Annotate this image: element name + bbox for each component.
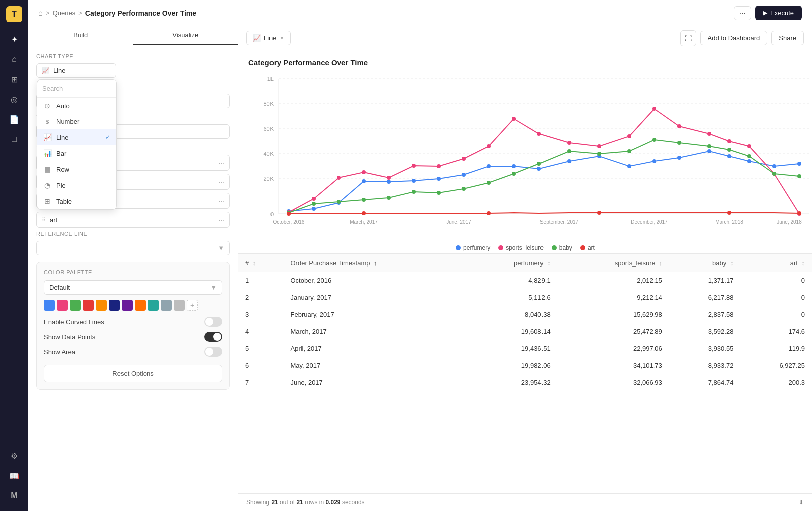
chart-type-value: Line: [53, 67, 111, 74]
sidebar-item-circle[interactable]: ◎: [5, 90, 23, 108]
execute-button[interactable]: ▶ Execute: [755, 6, 802, 20]
col-header-sports[interactable]: sports_leisure ↕: [558, 254, 669, 272]
perfumery-dot-19: [772, 164, 776, 168]
chart-svg-container: 0 20K 40K 60K 80K 1L October, 2016 March…: [248, 69, 802, 240]
col-header-date[interactable]: Order Purchase Timestamp ↑: [284, 254, 466, 272]
sidebar-item-book[interactable]: 📖: [5, 467, 23, 485]
main-content: ⌂ > Queries > Category Performance Over …: [28, 0, 812, 511]
cell-date: March, 2017: [284, 323, 466, 340]
home-icon[interactable]: ⌂: [38, 9, 43, 17]
line-chart-svg: 0 20K 40K 60K 80K 1L October, 2016 March…: [248, 69, 812, 239]
swatch-1[interactable]: [57, 300, 68, 311]
cell-perfumery: 19,608.14: [466, 323, 558, 340]
perfumery-dot-9: [512, 164, 516, 168]
cell-art: 0: [740, 289, 812, 306]
perfumery-dot-3: [362, 179, 366, 183]
col-sports-sort[interactable]: ↕: [659, 259, 662, 267]
execute-label: Execute: [770, 9, 794, 17]
swatch-0[interactable]: [44, 300, 55, 311]
sports-dot-5: [412, 164, 416, 168]
col-date-sort[interactable]: ↑: [374, 259, 377, 267]
cell-baby: 8,933.72: [669, 357, 741, 374]
dropdown-item-row[interactable]: ▤ Row: [37, 161, 116, 177]
line-icon: 📈: [43, 133, 51, 141]
fullscreen-button[interactable]: ⛶: [680, 30, 696, 46]
y-axis-menu-2[interactable]: ···: [218, 197, 224, 205]
palette-select[interactable]: Default ▼: [44, 280, 222, 295]
download-icon[interactable]: ⬇: [799, 499, 804, 506]
show-area-toggle[interactable]: [204, 347, 222, 357]
curved-lines-toggle[interactable]: [204, 317, 222, 327]
cell-date: February, 2017: [284, 306, 466, 323]
sidebar-item-home[interactable]: ⌂: [5, 50, 23, 68]
reference-line-row[interactable]: ▼: [36, 241, 230, 256]
perfumery-dot-15: [677, 156, 681, 160]
dropdown-item-row-label: Row: [56, 166, 69, 173]
cell-baby: 6,217.88: [669, 289, 741, 306]
swatch-8[interactable]: [148, 300, 159, 311]
left-panel: Build Visualize Chart type 📈 Line ✕: [28, 26, 238, 511]
baby-line: [289, 140, 799, 213]
col-num-sort[interactable]: ↕: [253, 259, 256, 267]
baby-dot-5: [412, 190, 416, 194]
chart-type-toolbar-button[interactable]: 📈 Line ▼: [246, 31, 291, 45]
dropdown-item-pie[interactable]: ◔ Pie: [37, 177, 116, 193]
sidebar-item-doc[interactable]: 📄: [5, 110, 23, 128]
data-points-toggle[interactable]: [204, 332, 222, 342]
cell-sports: 9,212.14: [558, 289, 669, 306]
add-to-dashboard-button[interactable]: Add to Dashboard: [700, 31, 768, 45]
swatch-5[interactable]: [109, 300, 120, 311]
y-axis-menu-1[interactable]: ···: [218, 178, 224, 186]
dropdown-item-line[interactable]: 📈 Line ✓: [37, 129, 116, 145]
sidebar-item-grid[interactable]: ⊞: [5, 70, 23, 88]
y-axis-item-3[interactable]: ⠿ art ···: [36, 212, 230, 228]
data-points-label: Show Data Points: [44, 333, 204, 341]
svg-text:September, 2017: September, 2017: [540, 219, 579, 225]
sidebar-item-m[interactable]: M: [5, 487, 23, 505]
reset-options-button[interactable]: Reset Options: [44, 365, 222, 382]
perfumery-dot-4: [387, 180, 391, 184]
swatch-2[interactable]: [70, 300, 81, 311]
col-header-baby[interactable]: baby ↕: [669, 254, 741, 272]
pie-icon: ◔: [43, 181, 51, 189]
col-header-art[interactable]: art ↕: [740, 254, 812, 272]
art-dot-8: [487, 211, 491, 215]
add-swatch-button[interactable]: +: [187, 300, 198, 311]
swatch-9[interactable]: [161, 300, 172, 311]
chart-type-row[interactable]: 📈 Line ✕ ⊙ Auto: [36, 63, 116, 78]
dropdown-item-table[interactable]: ⊞ Table: [37, 193, 116, 209]
curved-lines-label: Enable Curved Lines: [44, 318, 204, 326]
swatch-6[interactable]: [122, 300, 133, 311]
svg-text:20K: 20K: [263, 176, 274, 182]
col-header-num[interactable]: # ↕: [238, 254, 284, 272]
swatch-3[interactable]: [83, 300, 94, 311]
y-axis-menu-0[interactable]: ···: [218, 159, 224, 167]
table-row: 1 October, 2016 4,829.1 2,012.15 1,371.1…: [238, 272, 812, 289]
dropdown-item-bar[interactable]: 📊 Bar: [37, 145, 116, 161]
queries-link[interactable]: Queries: [53, 9, 76, 17]
sidebar-item-square[interactable]: □: [5, 130, 23, 148]
col-art-sort[interactable]: ↕: [802, 259, 805, 267]
palette-caret: ▼: [210, 284, 217, 291]
sidebar-item-settings[interactable]: ⚙: [5, 447, 23, 465]
share-button[interactable]: Share: [771, 31, 804, 45]
svg-text:June, 2017: June, 2017: [446, 219, 471, 225]
swatch-4[interactable]: [96, 300, 107, 311]
swatch-7[interactable]: [135, 300, 146, 311]
col-perfumery-sort[interactable]: ↕: [547, 259, 551, 267]
tab-visualize[interactable]: Visualize: [133, 26, 238, 45]
tab-build[interactable]: Build: [28, 26, 133, 45]
more-button[interactable]: ···: [734, 6, 751, 20]
cell-art: 200.3: [740, 374, 812, 391]
search-input[interactable]: [42, 85, 117, 92]
col-baby-sort[interactable]: ↕: [730, 259, 734, 267]
dropdown-item-auto[interactable]: ⊙ Auto: [37, 98, 116, 114]
dropdown-item-number[interactable]: $ Number: [37, 114, 116, 129]
perfumery-dot-11: [567, 159, 571, 163]
col-header-perfumery[interactable]: perfumery ↕: [466, 254, 558, 272]
y-axis-menu-3[interactable]: ···: [218, 216, 224, 224]
baby-dot-17: [727, 148, 731, 152]
sidebar-item-plus[interactable]: ✦: [5, 30, 23, 48]
swatch-10[interactable]: [174, 300, 185, 311]
cell-sports: 15,629.98: [558, 306, 669, 323]
